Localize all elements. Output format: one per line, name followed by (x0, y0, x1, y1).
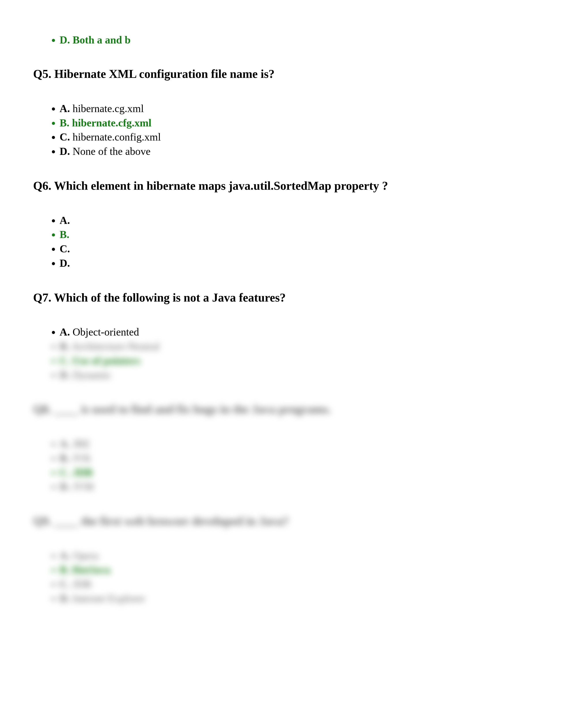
question-title: Q9. ____ the first web browser developed… (33, 514, 530, 529)
list-item: D. JVM (60, 480, 530, 494)
option-letter: C. (60, 131, 70, 143)
option-text: Object-oriented (73, 326, 139, 338)
list-item: D. Internet Explorer (60, 591, 530, 606)
options-list: A. hibernate.cg.xml B. hibernate.cfg.xml… (33, 101, 530, 159)
question-title: Q5. Hibernate XML configuration file nam… (33, 67, 530, 82)
list-item: B. Architecture-Neutral (60, 339, 530, 354)
option-letter: C. (60, 355, 70, 366)
list-item: D. Dynamic (60, 368, 530, 382)
list-item: C. hibernate.config.xml (60, 130, 530, 144)
option-text: JDB (73, 578, 91, 590)
list-item: D. None of the above (60, 144, 530, 159)
options-list: A. Object-oriented (33, 325, 530, 339)
option-letter: A. (60, 214, 70, 226)
document-page: D. Both a and b Q5. Hibernate XML config… (0, 0, 563, 639)
option-text: Architecture-Neutral (71, 340, 160, 352)
list-item: C. Use of pointers (60, 354, 530, 368)
option-letter: C. (60, 578, 70, 590)
option-text: JDB (73, 467, 93, 478)
options-list: A. Opera B. HotJava C. JDB D. Internet E… (33, 549, 530, 606)
list-item: A. Object-oriented (60, 325, 530, 339)
option-text: hibernate.config.xml (73, 131, 161, 143)
options-list: A. JRE B. JVK C. JDB D. JVM (33, 437, 530, 494)
option-text: Internet Explorer (73, 593, 145, 604)
option-letter: D. (60, 34, 70, 46)
options-list: A. B. C. D. (33, 213, 530, 270)
option-text: JVM (73, 481, 94, 492)
option-text: Both a and b (73, 34, 131, 46)
question-block-q5: Q5. Hibernate XML configuration file nam… (33, 67, 530, 159)
question-block-q7: Q7. Which of the following is not a Java… (33, 290, 530, 382)
option-letter: C. (60, 467, 70, 478)
option-letter: A. (60, 103, 70, 114)
question-block-q9: Q9. ____ the first web browser developed… (33, 514, 530, 606)
list-item: A. (60, 213, 530, 228)
list-item: D. (60, 256, 530, 270)
option-letter: A. (60, 438, 70, 450)
list-item: A. JRE (60, 437, 530, 451)
option-letter: B. (60, 564, 69, 576)
list-item: A. Opera (60, 549, 530, 563)
option-letter: B. (60, 229, 69, 240)
option-text: hibernate.cfg.xml (72, 117, 151, 129)
options-list-blurred: B. Architecture-Neutral C. Use of pointe… (33, 339, 530, 382)
option-letter: B. (60, 117, 69, 129)
option-text: None of the above (73, 145, 150, 157)
option-text: JVK (72, 452, 91, 464)
option-text: Dynamic (73, 369, 111, 381)
option-letter: D. (60, 369, 70, 381)
question-title: Q7. Which of the following is not a Java… (33, 290, 530, 305)
question-block-q6: Q6. Which element in hibernate maps java… (33, 178, 530, 270)
option-text: Use of pointers (73, 355, 140, 366)
option-letter: C. (60, 243, 70, 255)
list-item: C. (60, 242, 530, 256)
option-letter: A. (60, 326, 70, 338)
option-letter: D. (60, 257, 70, 269)
question-block-q8: Q8. ____ is used to find and fix bugs in… (33, 402, 530, 494)
option-text: JRE (73, 438, 90, 450)
list-item: C. JDB (60, 465, 530, 480)
list-item: B. (60, 227, 530, 242)
option-letter: D. (60, 145, 70, 157)
list-item: B. hibernate.cfg.xml (60, 116, 530, 130)
option-text: HotJava (72, 564, 110, 576)
list-item: B. JVK (60, 451, 530, 465)
orphan-option-list: D. Both a and b (33, 33, 530, 47)
question-title: Q6. Which element in hibernate maps java… (33, 178, 530, 193)
option-letter: A. (60, 550, 70, 561)
list-item: D. Both a and b (60, 33, 530, 47)
option-letter: B. (60, 340, 69, 352)
list-item: C. JDB (60, 577, 530, 591)
option-letter: D. (60, 593, 70, 604)
question-title: Q8. ____ is used to find and fix bugs in… (33, 402, 530, 417)
option-letter: B. (60, 452, 69, 464)
list-item: B. HotJava (60, 563, 530, 577)
list-item: A. hibernate.cg.xml (60, 101, 530, 116)
option-letter: D. (60, 481, 70, 492)
option-text: Opera (73, 550, 98, 561)
option-text: hibernate.cg.xml (73, 103, 144, 114)
